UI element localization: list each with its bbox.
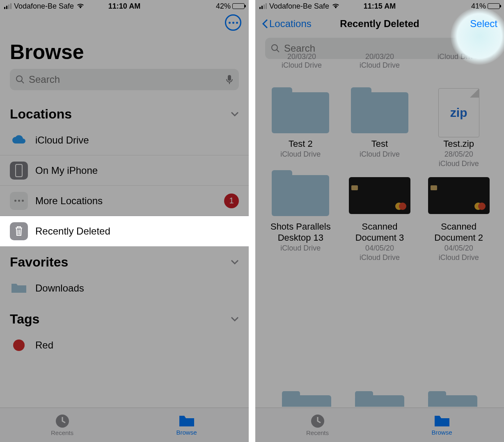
status-bar: Vodafone-Be Safe 11:15 AM 41% [255, 0, 504, 12]
folder-icon [434, 414, 450, 428]
carrier-label: Vodafone-Be Safe [269, 2, 329, 11]
folder-icon[interactable] [282, 395, 331, 407]
favorites-header[interactable]: Favorites [0, 246, 249, 273]
folder-icon [179, 414, 195, 428]
time-label: 11:10 AM [108, 2, 140, 11]
badge: 1 [224, 194, 239, 208]
tags-header[interactable]: Tags [0, 303, 249, 330]
file-grid: Test 2 iCloud Drive Test iCloud Drive zi… [255, 90, 504, 262]
phone-icon [10, 162, 28, 180]
chevron-down-icon [231, 258, 239, 267]
mic-icon[interactable] [226, 75, 233, 84]
battery-icon [232, 3, 245, 9]
nav-title: Recently Deleted [340, 18, 419, 30]
chevron-left-icon [262, 19, 268, 29]
status-bar: Vodafone-Be Safe 11:10 AM 42% [0, 0, 249, 12]
partial-row-top: 20/03/20iCloud Drive 20/03/20iCloud Driv… [255, 52, 504, 70]
more-icon [229, 22, 238, 24]
folder-icon [10, 279, 28, 297]
chevron-down-icon [231, 110, 239, 118]
file-item[interactable]: 20/03/20iCloud Drive [263, 52, 341, 70]
search-icon [16, 75, 25, 84]
location-on-my-iphone[interactable]: On My iPhone [0, 155, 249, 186]
trash-icon [10, 222, 28, 240]
favorite-downloads[interactable]: Downloads [0, 273, 249, 303]
battery-pct: 41% [471, 2, 486, 11]
mic-icon[interactable] [481, 43, 488, 53]
card-thumbnail [428, 177, 490, 214]
search-input[interactable] [10, 69, 239, 90]
svg-rect-9 [483, 44, 486, 50]
more-button[interactable] [225, 14, 241, 31]
red-dot-icon [10, 336, 28, 354]
tab-recents[interactable]: Recents [255, 408, 380, 442]
svg-rect-3 [16, 164, 22, 177]
signal-icon [259, 3, 267, 9]
file-item-document[interactable]: Scanned Document 2 04/05/20 iCloud Drive [421, 173, 497, 262]
select-button[interactable]: Select [470, 18, 497, 30]
browse-screen: Vodafone-Be Safe 11:10 AM 42% Browse Loc… [0, 0, 249, 442]
card-thumbnail [349, 177, 410, 214]
file-item-document[interactable]: Scanned Document 3 04/05/20 iCloud Drive [342, 173, 418, 262]
chevron-down-icon [231, 315, 239, 324]
wifi-icon [332, 3, 340, 9]
location-recently-deleted[interactable]: Recently Deleted [0, 216, 249, 246]
folder-icon [272, 175, 329, 216]
search-icon [271, 44, 280, 53]
tag-red[interactable]: Red [0, 330, 249, 360]
clock-icon [55, 414, 70, 428]
signal-icon [4, 3, 11, 9]
svg-point-0 [16, 76, 22, 82]
file-item[interactable]: iCloud Drive [419, 52, 497, 70]
page-title: Browse [0, 33, 249, 69]
svg-line-1 [21, 81, 24, 83]
battery-pct: 42% [216, 2, 231, 11]
tab-browse[interactable]: Browse [380, 408, 504, 442]
file-item-folder[interactable]: Test 2 iCloud Drive [263, 90, 339, 168]
folder-icon[interactable] [355, 395, 404, 407]
battery-icon [488, 3, 500, 9]
search-field[interactable] [29, 74, 222, 85]
file-item-zip[interactable]: zip Test.zip 28/05/20 iCloud Drive [421, 90, 497, 168]
svg-line-8 [277, 50, 279, 52]
file-item[interactable]: 20/03/20iCloud Drive [341, 52, 419, 70]
zip-icon: zip [438, 88, 479, 137]
wifi-icon [76, 3, 85, 9]
partial-row-bottom [255, 395, 504, 407]
location-icloud-drive[interactable]: iCloud Drive [0, 125, 249, 155]
recently-deleted-screen: Vodafone-Be Safe 11:15 AM 41% Locations … [255, 0, 504, 442]
locations-header[interactable]: Locations [0, 98, 249, 125]
cloud-icon [10, 131, 28, 149]
folder-icon [272, 92, 329, 133]
carrier-label: Vodafone-Be Safe [14, 2, 74, 11]
nav-bar [0, 12, 249, 33]
file-item-folder[interactable]: Test iCloud Drive [342, 90, 418, 168]
folder-icon [351, 92, 408, 133]
folder-icon[interactable] [428, 395, 477, 407]
svg-rect-2 [228, 75, 231, 81]
clock-icon [310, 414, 325, 428]
svg-point-7 [272, 45, 277, 50]
tab-browse[interactable]: Browse [124, 408, 249, 442]
time-label: 11:15 AM [364, 2, 396, 11]
tab-bar: Recents Browse [255, 408, 504, 442]
tab-bar: Recents Browse [0, 408, 249, 442]
location-more[interactable]: More Locations 1 [0, 186, 249, 216]
back-button[interactable]: Locations [262, 18, 312, 30]
nav-bar: Locations Recently Deleted Select [255, 12, 504, 35]
file-item-folder[interactable]: Shots Parallels Desktop 13 iCloud Drive [263, 173, 339, 262]
tab-recents[interactable]: Recents [0, 408, 124, 442]
more-icon [10, 192, 28, 210]
